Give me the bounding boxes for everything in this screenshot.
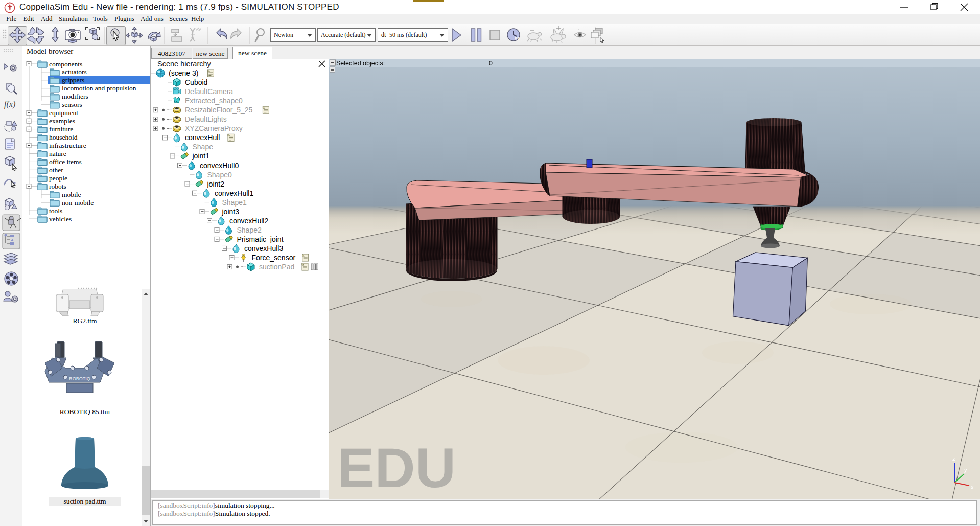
svg-text:ROBOTIQ: ROBOTIQ: [69, 376, 90, 381]
svg-text:convexHull: convexHull: [185, 133, 220, 142]
svg-text:household: household: [49, 133, 78, 141]
svg-text:furniture: furniture: [49, 125, 73, 133]
svg-text:nature: nature: [49, 150, 66, 157]
svg-text:joint2: joint2: [207, 180, 225, 188]
svg-text:sensors: sensors: [62, 101, 82, 108]
svg-text:0: 0: [489, 60, 493, 67]
svg-text:DefaultLights: DefaultLights: [185, 115, 227, 123]
svg-text:ResizableFloor_5_25: ResizableFloor_5_25: [185, 106, 253, 114]
svg-text:ROBOTIQ 85.ttm: ROBOTIQ 85.ttm: [60, 408, 110, 416]
svg-text:examples: examples: [49, 117, 75, 125]
svg-text:Shape1: Shape1: [222, 198, 247, 207]
svg-text:actuators: actuators: [62, 68, 87, 76]
svg-text:Cuboid: Cuboid: [185, 78, 207, 86]
svg-text:joint1: joint1: [192, 152, 210, 160]
svg-text:joint3: joint3: [222, 208, 240, 216]
svg-text:Extracted_shape0: Extracted_shape0: [185, 97, 243, 105]
svg-text:EDU: EDU: [337, 436, 456, 499]
svg-text:modifiers: modifiers: [62, 93, 88, 100]
svg-text:y: y: [964, 467, 967, 473]
svg-text:equipment: equipment: [49, 109, 78, 117]
svg-text:people: people: [49, 174, 67, 182]
svg-text:convexHull1: convexHull1: [215, 189, 253, 197]
svg-text:Shape2: Shape2: [237, 226, 262, 234]
svg-text:convexHull0: convexHull0: [200, 162, 239, 170]
svg-text:convexHull3: convexHull3: [244, 244, 283, 253]
svg-text:Force_sensor: Force_sensor: [252, 254, 296, 262]
svg-text:components: components: [49, 60, 82, 68]
svg-text:RT: RT: [515, 37, 520, 40]
svg-text:convexHull2: convexHull2: [229, 217, 268, 225]
svg-text:Shape: Shape: [193, 143, 214, 151]
svg-text:x: x: [971, 484, 974, 490]
svg-text:Selected objects:: Selected objects:: [336, 60, 385, 67]
svg-text:suction pad.ttm: suction pad.ttm: [63, 497, 106, 505]
svg-text:suctionPad: suctionPad: [259, 263, 294, 271]
svg-text:grippers: grippers: [62, 76, 84, 84]
svg-text:robots: robots: [49, 182, 66, 190]
svg-text:other: other: [49, 166, 63, 174]
svg-text:RG2.ttm: RG2.ttm: [73, 317, 97, 325]
svg-text:vehicles: vehicles: [49, 215, 72, 223]
svg-text:z: z: [952, 455, 955, 462]
svg-text:(scene 3): (scene 3): [169, 69, 198, 77]
svg-text:office items: office items: [49, 158, 82, 166]
svg-text:mobile: mobile: [62, 191, 81, 198]
svg-text:tools: tools: [49, 207, 62, 215]
svg-text:locomotion and propulsion: locomotion and propulsion: [62, 84, 136, 92]
svg-text:DefaultCamera: DefaultCamera: [185, 87, 233, 96]
svg-text:Prismatic_joint: Prismatic_joint: [237, 235, 284, 243]
svg-text:non-mobile: non-mobile: [62, 199, 94, 207]
svg-text:infrastructure: infrastructure: [49, 142, 86, 149]
svg-text:Shape0: Shape0: [207, 171, 232, 179]
svg-text:XYZCameraProxy: XYZCameraProxy: [185, 124, 243, 132]
svg-text:f(x): f(x): [4, 100, 15, 109]
